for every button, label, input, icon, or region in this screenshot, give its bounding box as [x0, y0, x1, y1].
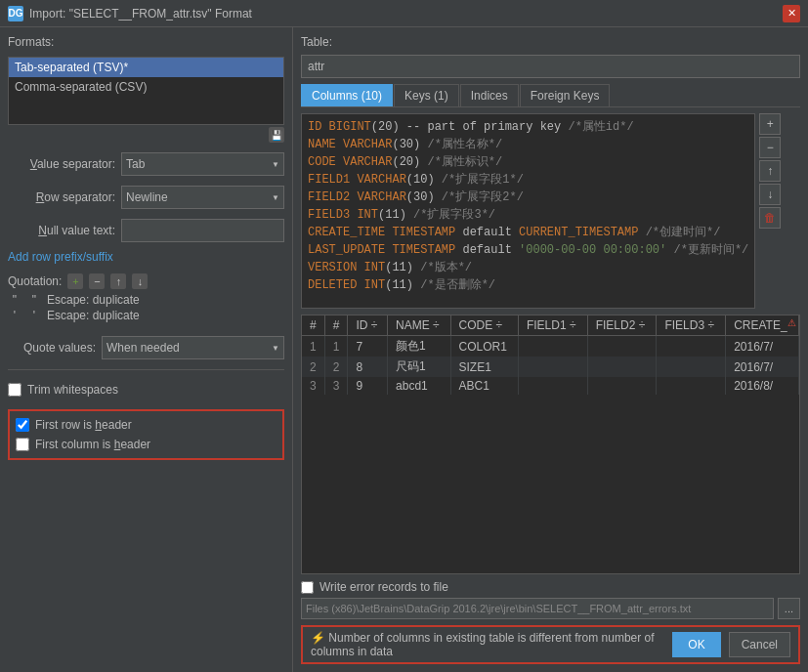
table-cell — [518, 336, 587, 357]
formats-label: Formats: — [8, 35, 284, 49]
null-value-input[interactable] — [121, 219, 284, 242]
error-file-input[interactable] — [301, 598, 774, 619]
sql-down-btn[interactable]: ↓ — [759, 184, 781, 205]
table-cell — [518, 357, 587, 377]
preview-col-header-5: FIELD1 ÷ — [518, 315, 587, 336]
trim-whitespaces-checkbox[interactable] — [8, 383, 21, 397]
side-buttons: + − ↑ ↓ 🗑 — [759, 113, 781, 309]
table-cell: SIZE1 — [450, 357, 518, 377]
main-content: Formats: Tab-separated (TSV)* Comma-sepa… — [0, 27, 808, 672]
quote-values-label: Quote values: — [8, 341, 96, 355]
tab-keys[interactable]: Keys (1) — [394, 84, 459, 106]
table-label: Table: — [301, 35, 800, 49]
close-button[interactable]: ✕ — [783, 5, 800, 22]
preview-col-header-8: CREATE_⚠ — [726, 315, 799, 336]
table-cell: 9 — [348, 377, 388, 395]
format-tsv[interactable]: Tab-separated (TSV)* — [9, 58, 283, 77]
table-cell — [587, 357, 657, 377]
sql-delete-btn[interactable]: 🗑 — [759, 207, 781, 229]
tab-bar: Columns (10) Keys (1) Indices Foreign Ke… — [301, 84, 800, 107]
preview-col-header-7: FIELD3 ÷ — [657, 315, 726, 336]
table-row: 117颜色1COLOR12016/7/ — [302, 336, 799, 357]
first-column-header-row: First column is header — [16, 435, 276, 454]
table-cell: ABC1 — [450, 377, 518, 395]
tab-columns[interactable]: Columns (10) — [301, 84, 393, 106]
preview-col-header-4: CODE ÷ — [450, 315, 518, 336]
row-separator-row: Row separator: Newline ▼ — [8, 186, 284, 209]
quote-item-2: ' ' Escape: duplicate — [8, 309, 284, 322]
window-title: Import: "SELECT__FROM_attr.tsv" Format — [29, 7, 252, 21]
table-cell: 8 — [348, 357, 388, 377]
sql-up-btn[interactable]: ↑ — [759, 160, 781, 182]
tab-foreign-keys[interactable]: Foreign Keys — [520, 84, 611, 106]
quote-add-btn[interactable]: + — [67, 273, 83, 289]
write-error-checkbox[interactable] — [301, 581, 314, 594]
sql-minus-btn[interactable]: − — [759, 137, 781, 158]
value-separator-row: Value separator: Tab ▼ — [8, 152, 284, 176]
row-separator-select[interactable]: Newline ▼ — [121, 186, 284, 209]
left-panel: Formats: Tab-separated (TSV)* Comma-sepa… — [0, 27, 293, 672]
format-csv[interactable]: Comma-separated (CSV) — [9, 77, 283, 97]
quote-up-btn[interactable]: ↑ — [110, 273, 126, 289]
table-cell: 3 — [302, 377, 324, 395]
first-column-header-checkbox[interactable] — [16, 438, 29, 451]
table-cell — [657, 336, 726, 357]
title-bar-left: DG Import: "SELECT__FROM_attr.tsv" Forma… — [8, 6, 252, 21]
sql-area[interactable]: ID BIGINT(20) -- part of primary key /*属… — [301, 113, 755, 309]
table-cell: 2 — [324, 357, 348, 377]
preview-col-header-6: FIELD2 ÷ — [587, 315, 657, 336]
trim-whitespaces-label: Trim whitespaces — [27, 383, 118, 397]
table-cell: 尺码1 — [388, 357, 450, 377]
cancel-button[interactable]: Cancel — [729, 632, 790, 657]
table-cell: 7 — [348, 336, 388, 357]
sql-with-buttons: ID BIGINT(20) -- part of primary key /*属… — [301, 113, 800, 309]
header-checkboxes-group: First row is header First column is head… — [8, 409, 284, 460]
quote-minus-btn[interactable]: − — [89, 273, 105, 289]
table-cell: 1 — [302, 336, 324, 357]
quote-item-1: " " Escape: duplicate — [8, 293, 284, 307]
row-separator-label: Row separator: — [8, 190, 115, 204]
value-separator-label: Value separator: — [8, 157, 115, 171]
null-value-row: Null value text: — [8, 219, 284, 242]
bottom-section: Write error records to file ... — [301, 580, 800, 619]
table-name-input[interactable] — [301, 55, 800, 78]
preview-col-header-3: NAME ÷ — [388, 315, 450, 336]
quote-char-2: ' — [8, 309, 21, 322]
table-cell: COLOR1 — [450, 336, 518, 357]
first-row-header-checkbox[interactable] — [16, 418, 29, 432]
right-panel: Table: Columns (10) Keys (1) Indices For… — [293, 27, 808, 672]
value-separator-select[interactable]: Tab ▼ — [121, 152, 284, 176]
formats-list[interactable]: Tab-separated (TSV)* Comma-separated (CS… — [8, 57, 284, 125]
quote-char-1b: " — [27, 293, 41, 307]
tab-indices[interactable]: Indices — [460, 84, 519, 106]
preview-col-header-1: # — [324, 315, 348, 336]
table-cell: 3 — [324, 377, 348, 395]
save-format-icon[interactable]: 💾 — [269, 127, 284, 143]
ok-button[interactable]: OK — [672, 632, 720, 657]
add-prefix-link[interactable]: Add row prefix/suffix — [8, 250, 284, 264]
quote-escape-1: Escape: duplicate — [47, 293, 140, 307]
table-cell — [587, 377, 657, 395]
write-error-row: Write error records to file — [301, 580, 800, 594]
table-cell: 2016/7/ — [726, 336, 799, 357]
quote-values-row: Quote values: When needed ▼ — [8, 336, 284, 359]
table-row: 228尺码1SIZE12016/7/ — [302, 357, 799, 377]
quotation-label: Quotation: — [8, 274, 62, 288]
quote-values-select[interactable]: When needed ▼ — [102, 336, 284, 359]
table-cell: abcd1 — [388, 377, 450, 395]
table-cell: 2 — [302, 357, 324, 377]
trim-whitespaces-row: Trim whitespaces — [8, 380, 284, 399]
preview-area[interactable]: ##ID ÷NAME ÷CODE ÷FIELD1 ÷FIELD2 ÷FIELD3… — [301, 315, 800, 574]
first-row-header-label: First row is header — [35, 418, 132, 432]
browse-btn[interactable]: ... — [778, 598, 800, 619]
quote-char-2b: ' — [27, 309, 41, 322]
sql-add-btn[interactable]: + — [759, 113, 781, 135]
null-value-label: Null value text: — [8, 224, 115, 237]
quotation-section: Quotation: + − ↑ ↓ " " Escape: duplicate… — [8, 273, 284, 324]
table-row: 339abcd1ABC12016/8/ — [302, 377, 799, 395]
quote-escape-2: Escape: duplicate — [47, 309, 140, 322]
quote-char-1: " — [8, 293, 21, 307]
quote-down-btn[interactable]: ↓ — [132, 273, 148, 289]
table-cell — [657, 377, 726, 395]
error-file-row: ... — [301, 598, 800, 619]
